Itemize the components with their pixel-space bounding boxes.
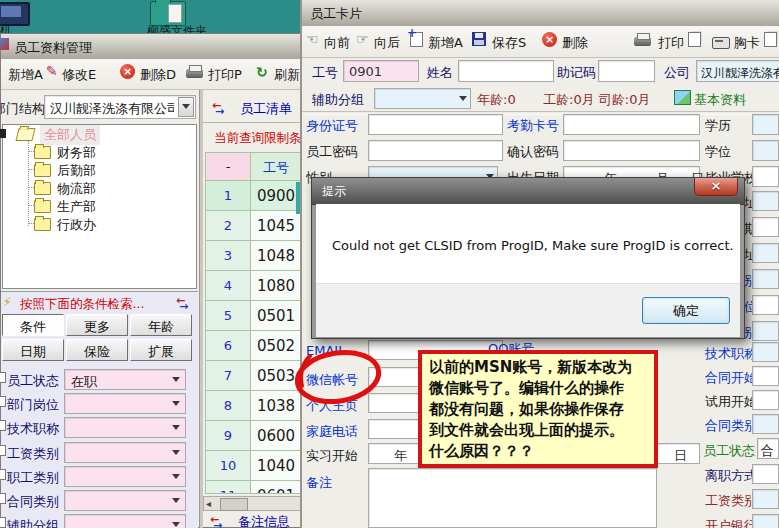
tree-node[interactable]: 行政办 [57,216,96,234]
header-id-cell[interactable]: 工号 [251,153,302,181]
scroll-left-icon[interactable]: ◂ [206,498,211,509]
next-button[interactable]: 向后 [374,34,400,52]
search-tab-insurance[interactable]: 保险 [66,339,128,361]
education-field[interactable] [752,114,779,135]
emp-status-field[interactable]: 合 [757,438,779,459]
search-tab-age[interactable]: 年龄 [130,314,192,336]
print-button[interactable]: 打印 [658,34,684,52]
row-index-cell[interactable]: 4 [206,271,251,301]
search-tab-more[interactable]: 更多 [66,314,128,336]
field-sliver[interactable] [752,321,779,341]
confirm-password-field[interactable] [563,140,700,161]
mnemonic-field[interactable] [598,60,655,82]
aux-group-select[interactable] [374,88,471,109]
row-index-cell[interactable]: 2 [206,211,251,241]
row-index-cell[interactable]: 8 [206,391,251,421]
row-id-cell[interactable]: 0900 [251,181,302,211]
card-titlebar[interactable] [302,0,779,27]
search-tab-criteria[interactable]: 条件 [2,314,64,336]
checkbox[interactable] [0,517,6,528]
tree-root-expand-box[interactable] [0,129,6,138]
company-field[interactable]: 汉川靓泽洗涤有限公司 [696,60,779,82]
remark-field[interactable] [368,468,657,528]
id-card-field[interactable] [368,114,503,135]
search-row-select[interactable] [64,514,186,528]
search-row-select[interactable] [64,393,186,414]
row-index-cell[interactable]: 9 [206,421,251,451]
row-index-cell[interactable]: 10 [206,451,251,481]
row-id-cell[interactable]: 1080 [251,271,302,301]
field-sliver[interactable] [752,191,779,211]
tree-node[interactable]: 财务部 [57,144,96,162]
field-sliver[interactable] [752,295,779,315]
trial-start-field[interactable] [752,390,779,410]
row-id-cell[interactable]: 0501 [251,301,302,331]
refresh-button[interactable]: 刷新 [274,66,300,84]
checkbox[interactable] [0,469,6,480]
checkbox[interactable] [0,372,6,383]
h-scrollbar[interactable]: ◂ [203,496,301,511]
password-field[interactable] [368,140,503,161]
basic-info-link[interactable]: 基本资料 [694,91,746,109]
search-row-select[interactable] [64,490,186,511]
school-field[interactable] [752,166,779,187]
row-index-cell[interactable]: 3 [206,241,251,271]
panel-splitter[interactable] [199,90,203,528]
row-index-cell[interactable]: 11 [206,481,251,494]
header-index-cell[interactable]: - [206,153,251,181]
swap-icon[interactable]: ← → [212,102,229,116]
swap-icon[interactable]: ← → [210,516,227,528]
badge-button[interactable]: 胸卡 [734,34,760,52]
delete-button[interactable]: 删除 [562,34,588,52]
edit-button[interactable]: 修改E [62,66,96,84]
row-index-cell[interactable]: 7 [206,361,251,391]
contract-type-field[interactable] [752,414,779,434]
dialog-titlebar[interactable]: 提示 [312,178,744,205]
search-tab-extend[interactable]: 扩展 [130,339,192,361]
field-sliver[interactable] [752,243,779,263]
dept-structure-select[interactable]: 汉川靓泽洗涤有限公司 [44,95,196,119]
search-row-select[interactable] [64,466,186,487]
search-row-select[interactable]: 在职 [64,369,186,390]
checkbox[interactable] [0,420,6,431]
row-index-cell[interactable]: 5 [206,301,251,331]
leave-mode-field[interactable] [752,464,779,484]
attend-card-field[interactable] [563,114,700,135]
row-id-cell[interactable]: 1048 [251,241,302,271]
name-field[interactable] [458,60,554,82]
field-sliver[interactable] [752,269,779,289]
search-row-select[interactable] [64,442,186,463]
checkbox[interactable] [0,396,6,407]
checkbox[interactable] [0,493,6,504]
row-id-cell[interactable]: 0600 [251,421,302,451]
field-sliver[interactable] [752,217,779,237]
contract-start-field[interactable] [752,366,779,386]
row-id-cell[interactable]: 0601 [251,481,302,494]
tech-title-field[interactable] [752,342,779,362]
tree-node[interactable]: 后勤部 [57,162,96,180]
new-button[interactable]: 新增A [428,34,463,52]
print-button[interactable]: 打印P [208,66,242,84]
row-id-cell[interactable]: 1040 [251,451,302,481]
checkbox[interactable] [0,445,6,456]
tree-node[interactable]: 生产部 [57,198,96,216]
tree-node-root[interactable]: 全部人员 [40,125,100,145]
row-index-cell[interactable]: 6 [206,331,251,361]
tree-node[interactable]: 物流部 [57,180,96,198]
prev-button[interactable]: 向前 [324,34,350,52]
delete-button[interactable]: 删除D [140,66,176,84]
scroll-thumb[interactable] [220,498,248,511]
save-button[interactable]: 保存S [492,34,526,52]
new-button[interactable]: 新增A [8,66,43,84]
degree-field[interactable] [752,140,779,161]
bank-field[interactable] [752,514,779,528]
dialog-close-button[interactable]: × [694,178,738,196]
ok-button[interactable]: 确定 [642,297,730,324]
search-row-select[interactable] [64,417,186,438]
salary-type-field[interactable] [752,489,779,509]
row-index-cell[interactable]: 1 [206,181,251,211]
search-tab-date[interactable]: 日期 [2,339,64,361]
swap-icon[interactable]: ← → [176,297,193,311]
row-id-cell[interactable]: 1045 [251,211,302,241]
emp-no-field[interactable]: 0901 [343,60,419,82]
